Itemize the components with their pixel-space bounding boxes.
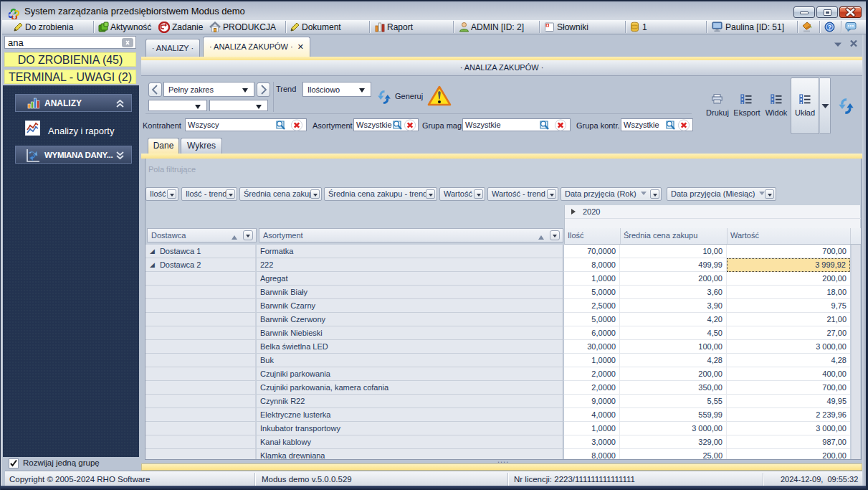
svg-text:?: ? [828, 24, 832, 31]
